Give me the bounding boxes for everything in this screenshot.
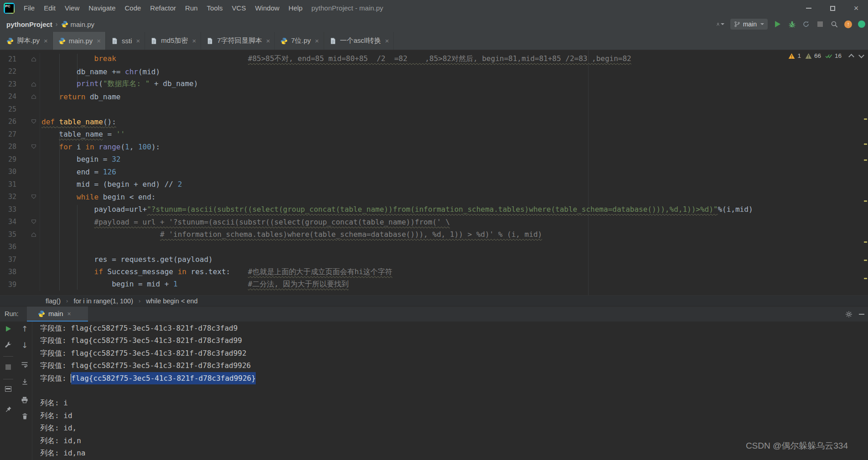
fold-gutter[interactable] — [16, 53, 40, 66]
fold-gutter[interactable] — [16, 91, 40, 103]
fold-gutter[interactable] — [16, 266, 40, 279]
tab-7位.py[interactable]: 7位.py× — [275, 32, 324, 50]
close-icon[interactable]: × — [67, 310, 71, 317]
close-icon[interactable]: × — [44, 37, 48, 45]
run-button[interactable] — [774, 20, 782, 28]
stripe-mark[interactable] — [864, 143, 867, 145]
breadcrumb-project[interactable]: pythonProject — [6, 20, 52, 28]
fold-gutter[interactable] — [16, 191, 40, 204]
fold-icon — [31, 219, 36, 225]
debug-bug-icon[interactable] — [788, 20, 796, 28]
fold-gutter[interactable] — [16, 253, 40, 266]
menu-navigate[interactable]: Navigate — [84, 0, 120, 16]
menu-vcs[interactable]: VCS — [227, 0, 251, 16]
fold-gutter[interactable] — [16, 66, 40, 78]
python-file-icon — [61, 20, 68, 28]
code-text: payload=url+"?stunum=(ascii(substr((sele… — [40, 205, 753, 214]
python-file-icon — [6, 37, 14, 45]
stripe-mark[interactable] — [864, 241, 867, 243]
menu-tools[interactable]: Tools — [202, 0, 227, 16]
close-icon[interactable]: × — [97, 37, 101, 45]
run-output[interactable]: 字段值: flag{cc582f75-3ec5-41c3-821f-d78c3f… — [32, 322, 868, 460]
code-line: 26def table_name(): — [0, 116, 868, 128]
fold-gutter[interactable] — [16, 241, 40, 254]
output-text: flag{cc582f75-3ec5-41c3-821f-d78c3fad99 — [71, 334, 242, 347]
soft-wrap-icon[interactable] — [20, 360, 29, 369]
fold-gutter[interactable] — [16, 278, 40, 291]
close-icon[interactable]: × — [192, 37, 196, 45]
output-line: 列名: id — [32, 409, 868, 422]
run-tab-main[interactable]: main × — [27, 307, 88, 322]
stripe-mark[interactable] — [864, 118, 867, 120]
menu-run[interactable]: Run — [181, 0, 202, 16]
fold-gutter[interactable] — [16, 128, 40, 141]
line-number: 32 — [0, 193, 16, 201]
prev-problem-icon[interactable] — [848, 54, 854, 60]
rerun-button[interactable] — [4, 324, 13, 333]
down-stacktrace-icon[interactable]: ↓ — [20, 341, 29, 350]
menu-refactor[interactable]: Refactor — [145, 0, 181, 16]
fold-gutter[interactable] — [16, 116, 40, 128]
code-text: break #85>85不对, end=85 mid=80+85 /2 =82 … — [40, 54, 631, 64]
fold-gutter[interactable] — [16, 78, 40, 91]
clear-all-trash-icon[interactable] — [20, 412, 29, 421]
code-with-me-icon[interactable] — [858, 20, 865, 28]
breadcrumb-item[interactable]: flag() — [44, 297, 62, 305]
tab-ssti[interactable]: ssti× — [106, 32, 145, 50]
inspections-widget[interactable]: 1 66 16 — [788, 52, 866, 59]
scroll-to-end-icon[interactable] — [20, 377, 29, 386]
hide-panel-icon[interactable] — [859, 314, 864, 315]
next-problem-icon[interactable] — [858, 52, 864, 58]
tab-main.py[interactable]: main.py× — [53, 32, 106, 50]
update-available-icon[interactable]: ↑ — [844, 20, 852, 28]
breadcrumb-item[interactable]: while begin < end — [144, 297, 199, 305]
code-editor[interactable]: 1 66 16 21 break #85>85不对, end=85 mid=80… — [0, 50, 868, 295]
stop-button[interactable] — [816, 20, 824, 28]
stripe-mark[interactable] — [864, 278, 867, 279]
minimize-button[interactable] — [797, 0, 821, 16]
close-icon[interactable]: × — [266, 37, 270, 45]
menu-view[interactable]: View — [60, 0, 84, 16]
up-stacktrace-icon[interactable]: ↑ — [20, 324, 29, 333]
user-icon[interactable] — [716, 20, 724, 28]
fold-gutter[interactable] — [16, 203, 40, 216]
menu-file[interactable]: File — [19, 0, 39, 16]
maximize-button[interactable] — [821, 0, 844, 16]
tab-7字符回显脚本[interactable]: 7字符回显脚本× — [201, 32, 275, 50]
print-icon[interactable] — [20, 395, 29, 404]
pin-tab-icon[interactable] — [4, 404, 13, 414]
stop-process-button[interactable] — [4, 363, 13, 372]
fold-gutter[interactable] — [16, 228, 40, 241]
code-line: 38 if Success_message in res.text: #也就是上… — [0, 266, 868, 279]
search-icon[interactable] — [830, 20, 838, 28]
close-icon[interactable]: × — [315, 37, 319, 45]
coverage-icon[interactable] — [802, 20, 810, 28]
fold-gutter[interactable] — [16, 178, 40, 191]
close-icon[interactable]: × — [385, 37, 389, 45]
close-icon[interactable]: × — [136, 37, 140, 45]
stripe-mark[interactable] — [864, 159, 867, 161]
breadcrumb-file[interactable]: main.py — [71, 20, 95, 28]
fold-gutter[interactable] — [16, 166, 40, 179]
settings-gear-icon[interactable] — [845, 311, 852, 318]
restore-layout-icon[interactable] — [4, 384, 13, 394]
fold-gutter[interactable] — [16, 153, 40, 166]
tab-label: 脚本.py — [17, 36, 40, 45]
fold-gutter[interactable] — [16, 103, 40, 116]
tab-脚本.py[interactable]: 脚本.py× — [1, 32, 53, 50]
stripe-mark[interactable] — [864, 200, 867, 202]
fold-gutter[interactable] — [16, 141, 40, 153]
menu-code[interactable]: Code — [120, 0, 145, 16]
tab-一个ascll转换[interactable]: 一个ascll转换× — [324, 32, 394, 50]
text-file-icon — [150, 37, 158, 45]
fold-gutter[interactable] — [16, 216, 40, 229]
git-branch-selector[interactable]: main — [730, 19, 768, 30]
run-settings-wrench-icon[interactable] — [4, 341, 13, 350]
breadcrumb-item[interactable]: for i in range(1, 100) — [72, 297, 135, 305]
menu-edit[interactable]: Edit — [39, 0, 60, 16]
menu-window[interactable]: Window — [250, 0, 284, 16]
close-button[interactable]: × — [844, 0, 868, 16]
menu-help[interactable]: Help — [284, 0, 307, 16]
stripe-mark[interactable] — [864, 260, 867, 261]
tab-md5加密[interactable]: md5加密× — [145, 32, 201, 50]
